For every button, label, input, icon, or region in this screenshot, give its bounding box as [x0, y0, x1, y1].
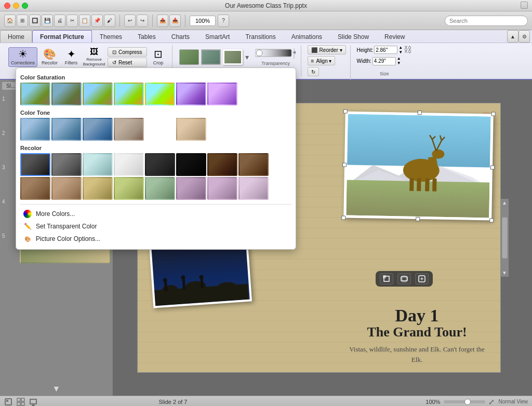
recolor-swatch-4[interactable]	[145, 153, 175, 176]
tab-transitions[interactable]: Transitions	[237, 30, 283, 43]
width-down-btn[interactable]: ▼	[397, 61, 401, 65]
reorder-button[interactable]: ⬛ Reorder ▾	[308, 45, 346, 55]
toolbar-scissors-btn[interactable]: ✂	[66, 15, 78, 27]
elk-photo-container[interactable]	[343, 112, 494, 221]
recolor-swatch-7[interactable]	[238, 153, 269, 176]
recolor-swatch-5[interactable]	[176, 153, 206, 176]
height-input[interactable]	[374, 46, 397, 54]
tone-swatch-5[interactable]	[176, 118, 206, 141]
toolbar-view-btn[interactable]: 🔲	[29, 15, 41, 27]
ribbon-collapse-btn[interactable]: ▲	[507, 30, 518, 43]
tab-animations[interactable]: Animations	[284, 30, 330, 43]
reset-button[interactable]: ↺ Reset	[108, 58, 147, 67]
view-present-btn[interactable]	[29, 398, 37, 406]
zoom-thumb[interactable]	[464, 399, 471, 405]
saturation-swatch-4[interactable]	[145, 83, 175, 105]
float-btn-3[interactable]	[415, 273, 429, 285]
toolbar-paint-btn[interactable]: 🖌	[104, 15, 115, 27]
toolbar-save-btn[interactable]: 💾	[42, 15, 53, 27]
saturation-swatch-2[interactable]	[83, 83, 113, 105]
maximize-button[interactable]	[22, 3, 28, 9]
recolor-swatch-10[interactable]	[83, 177, 113, 200]
saturation-swatch-1[interactable]	[51, 83, 82, 105]
scroll-down-btn-v[interactable]: ▼	[501, 269, 509, 277]
tab-themes[interactable]: Themes	[92, 30, 130, 43]
styles-expand-btn[interactable]: ▾	[245, 53, 249, 61]
set-transparent-item[interactable]: ✏️ Set Transparent Color	[20, 220, 291, 233]
tone-swatch-3[interactable]	[114, 118, 144, 141]
toolbar-copy-btn[interactable]: 📋	[79, 15, 90, 27]
style-thumb-1[interactable]	[179, 49, 199, 65]
recolor-swatch-9[interactable]	[51, 177, 82, 200]
crop-button[interactable]: ⊡ Crop	[149, 48, 168, 66]
lock-aspect-icon[interactable]: ⛓	[404, 45, 412, 55]
scroll-up-btn[interactable]: ▲	[501, 199, 509, 207]
recolor-swatch-6[interactable]	[207, 153, 237, 176]
saturation-swatch-0[interactable]	[20, 83, 50, 105]
recolor-swatch-15[interactable]	[238, 177, 269, 200]
scroll-thumb[interactable]	[502, 217, 508, 259]
corrections-button[interactable]: ☀ Corrections	[8, 47, 37, 67]
tab-charts[interactable]: Charts	[164, 30, 197, 43]
recolor-swatch-11[interactable]	[114, 177, 144, 200]
toolbar-redo-btn[interactable]: ↪	[137, 15, 148, 27]
align-button[interactable]: ≡ Align ▾	[308, 56, 336, 65]
toolbar-export-btn[interactable]: 📤	[157, 15, 168, 27]
style-thumb-3[interactable]	[223, 49, 243, 65]
style-thumb-2[interactable]	[201, 49, 221, 65]
toolbar-grid-btn[interactable]: ⊞	[17, 15, 28, 27]
compress-button[interactable]: ⊡ Compress	[108, 47, 147, 57]
tab-home[interactable]: Home	[0, 30, 32, 43]
height-down-btn[interactable]: ▼	[398, 50, 403, 55]
toolbar-paste-btn[interactable]: 📌	[91, 15, 103, 27]
tab-tables[interactable]: Tables	[130, 30, 164, 43]
recolor-swatch-8[interactable]	[20, 177, 50, 200]
minimize-button[interactable]	[13, 3, 19, 9]
width-input[interactable]	[373, 57, 396, 65]
width-up-btn[interactable]: ▲	[397, 57, 401, 61]
tab-format-picture[interactable]: Format Picture	[32, 30, 92, 43]
recolor-swatch-2[interactable]	[83, 153, 113, 176]
toolbar-icon-btn[interactable]: 🏠	[4, 15, 16, 27]
tone-swatch-2[interactable]	[83, 118, 113, 141]
more-colors-item[interactable]: More Colors...	[20, 208, 291, 220]
v-scrollbar[interactable]: ▲ ▼	[501, 199, 509, 277]
resize-button[interactable]	[521, 2, 528, 9]
recolor-swatch-1[interactable]	[51, 153, 82, 176]
recolor-swatch-14[interactable]	[207, 177, 237, 200]
saturation-swatch-5[interactable]	[176, 83, 206, 105]
tone-swatch-4[interactable]	[145, 118, 175, 141]
filters-button[interactable]: ✦ Filters	[62, 48, 81, 66]
traffic-lights[interactable]	[4, 3, 28, 9]
recolor-swatch-0[interactable]	[20, 153, 50, 176]
toolbar-undo-btn[interactable]: ↩	[124, 15, 136, 27]
recolor-swatch-3[interactable]	[114, 153, 144, 176]
float-btn-2[interactable]	[397, 273, 411, 285]
zoom-input[interactable]	[190, 16, 216, 26]
view-grid-btn[interactable]	[17, 398, 25, 406]
saturation-swatch-3[interactable]	[114, 83, 144, 105]
toolbar-help-btn[interactable]: ?	[218, 15, 229, 27]
scroll-down-btn[interactable]: ▼	[52, 384, 61, 394]
tone-swatch-1[interactable]	[51, 118, 82, 141]
recolor-swatch-12[interactable]	[145, 177, 175, 200]
search-input[interactable]	[445, 16, 528, 26]
fullscreen-btn[interactable]: ⤢	[488, 398, 495, 406]
tone-swatch-0[interactable]	[20, 118, 50, 141]
float-btn-1[interactable]	[380, 273, 393, 285]
zoom-slider[interactable]	[444, 400, 485, 403]
height-up-btn[interactable]: ▲	[398, 46, 403, 50]
ribbon-options-btn[interactable]: ⚙	[518, 30, 530, 43]
rotate-button[interactable]: ↻	[308, 67, 319, 76]
recolor-swatch-13[interactable]	[176, 177, 206, 200]
picture-color-options-item[interactable]: 🎨 Picture Color Options...	[20, 233, 291, 245]
saturation-swatch-6[interactable]	[207, 83, 237, 105]
remove-bg-button[interactable]: 🖼 Remove Background	[83, 47, 105, 67]
toolbar-import-btn[interactable]: 📥	[169, 15, 181, 27]
tab-slideshow[interactable]: Slide Show	[330, 30, 377, 43]
close-button[interactable]	[4, 3, 10, 9]
view-normal-btn[interactable]	[4, 398, 12, 406]
tab-review[interactable]: Review	[377, 30, 413, 43]
toolbar-print-btn[interactable]: 🖨	[54, 15, 65, 27]
recolor-button[interactable]: 🎨 Recolor	[39, 48, 60, 66]
